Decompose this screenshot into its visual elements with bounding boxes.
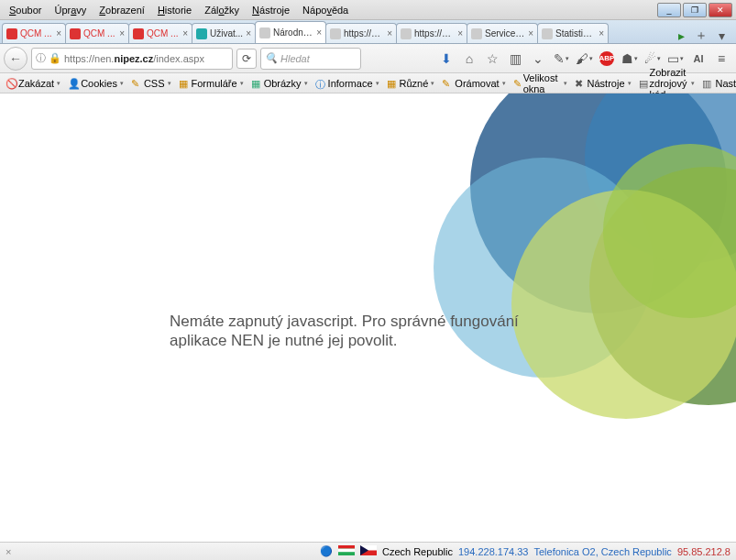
window-controls: _ ❐ ✕ xyxy=(657,3,732,17)
url-text: https://nen.nipez.cz/index.aspx xyxy=(64,53,228,64)
devtool-nastavení[interactable]: ▥Nastavení xyxy=(698,74,736,93)
devtool-label: Cookies xyxy=(81,78,117,89)
tab-6[interactable]: https://ne...× xyxy=(396,23,467,43)
maximize-button[interactable]: ❐ xyxy=(683,3,707,17)
devtool-label: Velikost okna xyxy=(523,72,561,94)
tab-close-icon[interactable]: × xyxy=(119,28,125,38)
devtool-obrázky[interactable]: ▦Obrázky xyxy=(247,74,312,93)
devtool-nástroje[interactable]: ✖Nástroje xyxy=(571,74,635,93)
devtool-icon: ▦ xyxy=(251,78,262,89)
tab-close-icon[interactable]: × xyxy=(246,28,251,38)
devtool-icon: ✎ xyxy=(131,78,142,89)
svg-rect-8 xyxy=(338,549,355,553)
status-isp: Telefonica O2, Czech Republic xyxy=(533,546,671,557)
back-button[interactable]: ← xyxy=(4,47,27,71)
developer-toolbar: 🚫Zakázat👤Cookies✎CSS▦Formuláře▦ObrázkyⓘI… xyxy=(0,73,736,93)
list-tabs-button[interactable]: ▾ xyxy=(714,28,729,43)
status-country: Czech Republic xyxy=(382,546,453,557)
navigation-bar: ← ⓘ 🔒 https://nen.nipez.cz/index.aspx ⟳ … xyxy=(0,44,736,73)
menu-soubor[interactable]: Soubor xyxy=(4,3,47,17)
tab-close-icon[interactable]: × xyxy=(316,27,322,38)
close-button[interactable]: ✕ xyxy=(709,3,732,17)
lock-icon: 🔒 xyxy=(49,52,61,64)
tab-favicon xyxy=(196,28,207,39)
tab-label: https://ne... xyxy=(414,28,455,38)
download-icon[interactable]: ⬇ xyxy=(439,51,454,66)
devtool-icon: ✎ xyxy=(442,78,453,89)
tab-close-icon[interactable]: × xyxy=(528,28,533,38)
extension1-icon[interactable]: ☗ xyxy=(622,51,637,66)
decorative-circles xyxy=(406,93,736,423)
devtool-cookies[interactable]: 👤Cookies xyxy=(64,74,127,93)
tab-favicon xyxy=(330,28,341,39)
tab-close-icon[interactable]: × xyxy=(56,28,61,38)
devtool-icon: ▦ xyxy=(179,78,190,89)
devtool-orámovat[interactable]: ✎Orámovat xyxy=(438,74,509,93)
menu-historie[interactable]: Historie xyxy=(152,3,197,17)
settings-icon[interactable]: ▭ xyxy=(668,51,683,66)
tab-5[interactable]: https://ne...× xyxy=(325,23,397,43)
devtool-formuláře[interactable]: ▦Formuláře xyxy=(175,74,247,93)
svg-rect-7 xyxy=(338,545,355,549)
devtool-icon: 👤 xyxy=(68,78,79,89)
menu-zobrazeni[interactable]: Zobrazení xyxy=(93,3,150,17)
sidebar-icon[interactable]: ▥ xyxy=(508,51,522,66)
toolbar-icons: ⬇ ⌂ ☆ ▥ ⌄ ✎ 🖌 ABP ☗ ☄ ▭ AI ≡ xyxy=(435,51,732,66)
devtool-icon: ✖ xyxy=(575,78,586,89)
devtool-icon: ✎ xyxy=(513,78,522,89)
tab-favicon xyxy=(542,28,553,39)
devtool-zobrazit-zdrojový-kód[interactable]: ▤Zobrazit zdrojový kód xyxy=(635,74,699,93)
tab-favicon xyxy=(133,28,144,39)
pocket-icon[interactable]: ⌄ xyxy=(531,51,545,66)
menubar: Soubor Úpravy Zobrazení Historie Záložky… xyxy=(0,0,736,20)
devtool-label: Informace xyxy=(328,78,373,89)
reload-button[interactable]: ⟳ xyxy=(236,49,257,69)
tab-0[interactable]: QCM ...× xyxy=(2,23,66,43)
tab-2[interactable]: QCM ...× xyxy=(128,23,192,43)
tab-close-icon[interactable]: × xyxy=(457,28,463,38)
eyedropper-icon[interactable]: ✎ xyxy=(554,51,568,66)
devtool-zakázat[interactable]: 🚫Zakázat xyxy=(2,74,64,93)
scroll-tabs-icon[interactable]: ▸ xyxy=(674,28,688,43)
tab-1[interactable]: QCM ...× xyxy=(65,23,129,43)
devtool-velikost-okna[interactable]: ✎Velikost okna xyxy=(510,74,571,93)
devtool-různé[interactable]: ▦Různé xyxy=(383,74,439,93)
tab-close-icon[interactable]: × xyxy=(182,28,188,38)
status-ip-remote: 194.228.174.33 xyxy=(458,546,528,557)
devtool-css[interactable]: ✎CSS xyxy=(127,74,175,93)
tab-3[interactable]: Uživat...× xyxy=(192,23,256,43)
tab-favicon xyxy=(471,28,482,39)
tab-label: QCM ... xyxy=(83,28,116,38)
menu-napoveda[interactable]: Nápověda xyxy=(297,3,354,17)
devtool-icon: ▤ xyxy=(639,78,648,89)
tab-favicon xyxy=(401,28,412,39)
tab-close-icon[interactable]: × xyxy=(599,28,604,38)
extension2-icon[interactable]: ☄ xyxy=(645,51,660,66)
devtool-label: Formuláře xyxy=(192,78,237,89)
hamburger-icon[interactable]: ≡ xyxy=(714,51,729,66)
search-icon: 🔍 xyxy=(265,52,278,64)
search-input[interactable]: 🔍 Hledat xyxy=(260,48,361,70)
info-icon[interactable]: ⓘ xyxy=(36,51,46,65)
menu-zalozky[interactable]: Záložky xyxy=(199,3,245,17)
adblock-icon[interactable]: ABP xyxy=(599,51,614,66)
rgb-icon[interactable]: 🔵 xyxy=(320,545,333,557)
statusbar-close-icon[interactable]: × xyxy=(5,546,11,557)
tab-8[interactable]: Statistiky -...× xyxy=(537,23,609,43)
new-tab-button[interactable]: ＋ xyxy=(694,28,709,43)
devtool-icon: ▦ xyxy=(387,78,398,89)
tab-close-icon[interactable]: × xyxy=(387,28,392,38)
tab-7[interactable]: ServiceDesk× xyxy=(467,23,538,43)
url-input[interactable]: ⓘ 🔒 https://nen.nipez.cz/index.aspx xyxy=(31,48,233,70)
bookmark-star-icon[interactable]: ☆ xyxy=(485,51,500,66)
minimize-button[interactable]: _ xyxy=(657,3,681,17)
tab-4[interactable]: Národní e...× xyxy=(255,21,326,43)
paint-icon[interactable]: 🖌 xyxy=(577,51,591,66)
ai-icon[interactable]: AI xyxy=(691,51,706,66)
status-bar: × 🔵 Czech Republic 194.228.174.33 Telefo… xyxy=(0,542,736,560)
home-icon[interactable]: ⌂ xyxy=(462,51,477,66)
menu-upravy[interactable]: Úpravy xyxy=(49,3,92,17)
menu-nastroje[interactable]: Nástroje xyxy=(247,3,295,17)
devtool-informace[interactable]: ⓘInformace xyxy=(312,74,383,93)
tab-favicon xyxy=(70,28,81,39)
